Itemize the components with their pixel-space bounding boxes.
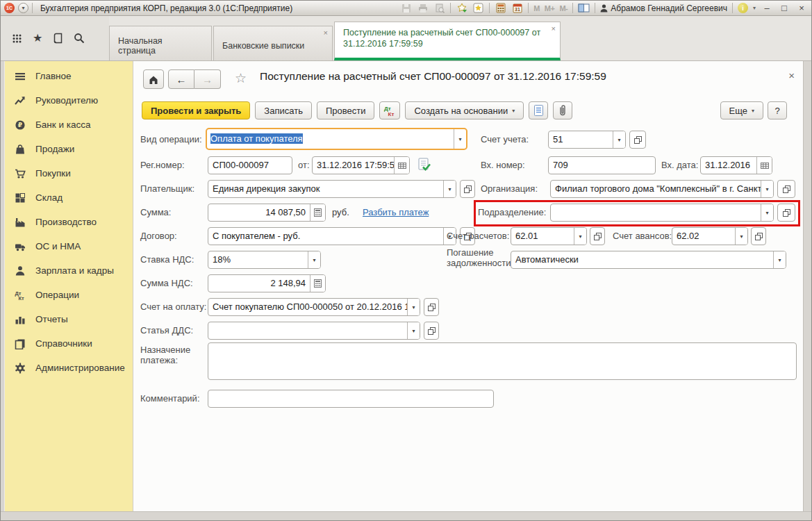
dropdown-arrow-icon[interactable]: ▾ bbox=[761, 204, 773, 221]
sidebar-item-fixed-assets[interactable]: ОС и НМА bbox=[5, 234, 133, 258]
tab-bank-statements[interactable]: Банковские выписки × bbox=[213, 26, 333, 60]
cash-flow-item-field[interactable]: ▾ bbox=[208, 322, 420, 340]
favorites-star-icon[interactable]: ★ bbox=[33, 33, 42, 44]
favorites-icon[interactable] bbox=[472, 3, 484, 14]
operation-type-field[interactable]: Оплата от покупателя ▾ bbox=[206, 128, 467, 150]
tab-home[interactable]: Начальная страница bbox=[109, 26, 212, 60]
department-open-button[interactable] bbox=[777, 204, 795, 222]
menu-grid-icon[interactable] bbox=[12, 33, 22, 44]
memory-subtract-button[interactable]: M- bbox=[559, 4, 567, 13]
amount-field[interactable]: 14 087,50 bbox=[208, 204, 326, 222]
invoice-field[interactable]: Счет покупателю СП00-000050 от 20.12.201… bbox=[208, 298, 420, 316]
payer-open-button[interactable] bbox=[460, 180, 475, 198]
sidebar-item-directories[interactable]: Справочники bbox=[5, 331, 133, 356]
favorite-star-icon[interactable]: ☆ bbox=[235, 72, 247, 85]
close-tab-icon[interactable]: × bbox=[552, 25, 556, 33]
sidebar-item-reports[interactable]: Отчеты bbox=[5, 307, 133, 331]
reg-number-field[interactable]: СП00-000097 bbox=[208, 156, 292, 174]
info-dropdown-icon[interactable]: ▾ bbox=[753, 5, 756, 11]
organization-field[interactable]: Филиал торгового дома "Комплексный" в г.… bbox=[550, 180, 774, 198]
dropdown-arrow-icon[interactable]: ▾ bbox=[735, 228, 747, 245]
forward-button[interactable]: → bbox=[194, 69, 221, 89]
sidebar-item-sales[interactable]: Продажи bbox=[5, 137, 133, 161]
sidebar-item-main[interactable]: Главное bbox=[5, 64, 133, 88]
back-button[interactable]: ← bbox=[168, 69, 194, 89]
memory-recall-button[interactable]: M bbox=[533, 4, 540, 13]
add-favorite-icon[interactable] bbox=[456, 3, 467, 14]
payer-field[interactable]: Единая дирекция закупок ▾ bbox=[208, 180, 456, 198]
contract-label: Договор: bbox=[140, 227, 177, 245]
sidebar-item-administration[interactable]: Администрирование bbox=[5, 356, 133, 380]
department-field[interactable]: ▾ bbox=[550, 204, 774, 222]
dropdown-arrow-icon[interactable]: ▾ bbox=[454, 129, 466, 149]
main-menu-button[interactable]: ▾ bbox=[18, 3, 28, 13]
comment-field[interactable] bbox=[208, 390, 494, 408]
write-button[interactable]: Записать bbox=[255, 101, 312, 119]
memory-add-button[interactable]: M+ bbox=[545, 4, 555, 13]
help-button[interactable]: ? bbox=[768, 101, 787, 119]
history-icon[interactable] bbox=[53, 33, 63, 44]
minimize-button[interactable]: – bbox=[761, 3, 773, 13]
maximize-button[interactable]: □ bbox=[778, 3, 790, 13]
account-open-button[interactable] bbox=[629, 131, 646, 149]
create-based-on-button[interactable]: Создать на основании▾ bbox=[405, 101, 524, 119]
more-button[interactable]: Еще▾ bbox=[720, 101, 763, 119]
post-button[interactable]: Провести bbox=[317, 101, 375, 119]
invoice-open-button[interactable] bbox=[424, 298, 439, 316]
print-preview-icon[interactable] bbox=[433, 3, 445, 14]
close-window-button[interactable]: × bbox=[795, 3, 808, 13]
sidebar-item-purchases[interactable]: Покупки bbox=[5, 161, 133, 185]
vat-amount-field[interactable]: 2 148,94 bbox=[208, 274, 326, 292]
dropdown-arrow-icon[interactable]: ▾ bbox=[407, 299, 420, 315]
current-user[interactable]: Абрамов Геннадий Сергеевич bbox=[600, 3, 727, 13]
calculator-picker-icon[interactable] bbox=[310, 275, 325, 292]
split-payment-link[interactable]: Разбить платеж bbox=[363, 204, 429, 222]
vat-rate-field[interactable]: 18% ▾ bbox=[208, 251, 321, 269]
calendar-icon[interactable]: 31 bbox=[511, 3, 523, 14]
sidebar-item-operations[interactable]: ДтКтОперации bbox=[5, 283, 133, 307]
in-number-field[interactable]: 709 bbox=[548, 156, 656, 174]
document-report-button[interactable] bbox=[529, 101, 548, 119]
sidebar-item-production[interactable]: Производство bbox=[5, 210, 133, 234]
home-button[interactable] bbox=[143, 69, 164, 89]
dropdown-arrow-icon[interactable]: ▾ bbox=[443, 181, 456, 197]
dropdown-arrow-icon[interactable]: ▾ bbox=[761, 181, 773, 197]
sidebar-item-warehouse[interactable]: Склад bbox=[5, 185, 133, 210]
dt-kt-postings-button[interactable]: ДтКт bbox=[379, 101, 400, 119]
advance-account-open-button[interactable] bbox=[751, 227, 766, 245]
organization-open-button[interactable] bbox=[777, 180, 795, 198]
calculator-picker-icon[interactable] bbox=[310, 204, 325, 221]
attachments-button[interactable] bbox=[553, 101, 572, 119]
dropdown-arrow-icon[interactable]: ▾ bbox=[574, 228, 586, 245]
save-icon[interactable] bbox=[400, 3, 412, 14]
account-field[interactable]: 51 ▾ bbox=[548, 131, 626, 149]
settlement-account-field[interactable]: 62.01 ▾ bbox=[511, 227, 587, 245]
calculator-icon[interactable] bbox=[495, 3, 506, 14]
tab-receipt-document[interactable]: Поступление на расчетный счет СП00-00009… bbox=[334, 22, 561, 60]
sidebar-item-manager[interactable]: Руководителю bbox=[5, 88, 133, 113]
dropdown-arrow-icon[interactable]: ▾ bbox=[613, 131, 625, 148]
dropdown-arrow-icon[interactable]: ▾ bbox=[773, 251, 786, 268]
debt-repayment-field[interactable]: Автоматически ▾ bbox=[511, 251, 786, 269]
info-icon[interactable]: i bbox=[738, 3, 748, 13]
settlement-account-open-button[interactable] bbox=[590, 227, 605, 245]
date-field[interactable]: 31.12.2016 17:59:59 bbox=[312, 156, 410, 174]
cash-flow-item-open-button[interactable] bbox=[424, 322, 439, 340]
sidebar-item-salary-hr[interactable]: Зарплата и кадры bbox=[5, 258, 133, 283]
search-icon[interactable] bbox=[74, 33, 85, 44]
calendar-picker-icon[interactable] bbox=[394, 157, 409, 174]
split-window-icon[interactable] bbox=[578, 3, 590, 14]
contract-field[interactable]: С покупателем - руб. ▾ bbox=[208, 227, 456, 245]
close-form-icon[interactable]: × bbox=[788, 70, 795, 81]
calendar-picker-icon[interactable] bbox=[756, 157, 772, 174]
payment-purpose-field[interactable] bbox=[208, 342, 797, 380]
dropdown-arrow-icon[interactable]: ▾ bbox=[308, 251, 320, 268]
post-and-close-button[interactable]: Провести и закрыть bbox=[142, 101, 250, 119]
dropdown-arrow-icon[interactable]: ▾ bbox=[407, 322, 420, 339]
posted-document-icon[interactable] bbox=[417, 158, 431, 174]
in-date-field[interactable]: 31.12.2016 bbox=[700, 156, 772, 174]
advance-account-field[interactable]: 62.02 ▾ bbox=[672, 227, 748, 245]
print-icon[interactable] bbox=[417, 3, 429, 14]
close-tab-icon[interactable]: × bbox=[324, 29, 328, 37]
sidebar-item-bank-cash[interactable]: ₽Банк и касса bbox=[5, 113, 133, 137]
